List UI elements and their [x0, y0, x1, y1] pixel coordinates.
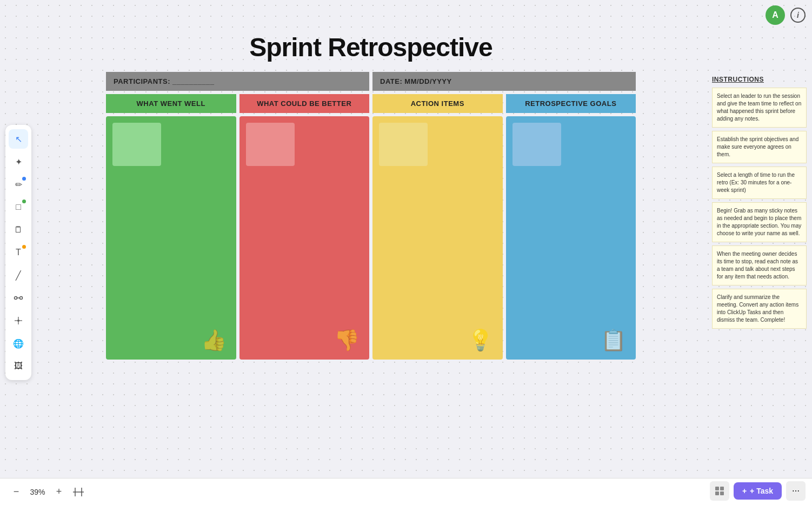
info-icon[interactable]: i [790, 8, 806, 23]
instruction-card-3: Select a length of time to run the retro… [712, 167, 807, 199]
date-header: DATE: MM/DD/YYYY [372, 72, 636, 91]
zoom-out-button[interactable]: − [9, 484, 24, 500]
instructions-title: INSTRUCTIONS [712, 76, 807, 83]
instructions-panel: INSTRUCTIONS Select an leader to run the… [712, 76, 807, 332]
participants-label: PARTICIPANTS: [114, 77, 170, 85]
col-header-retro-goals: RETROSPECTIVE GOALS [506, 94, 636, 113]
avatar[interactable]: A [766, 5, 785, 25]
lightbulb-icon: 💡 [468, 328, 493, 352]
add-task-button[interactable]: + + Task [734, 482, 782, 500]
board: PARTICIPANTS: __________ DATE: MM/DD/YYY… [106, 72, 636, 360]
more-options-button[interactable]: ⋯ [786, 481, 806, 501]
toolbar-line[interactable]: ╱ [9, 265, 28, 285]
thumbs-up-icon: 👍 [201, 328, 227, 352]
toolbar-note[interactable]: 🗒 [9, 220, 28, 240]
fit-to-screen-button[interactable] [71, 484, 86, 500]
participants-header: PARTICIPANTS: __________ [106, 72, 369, 91]
sticky-note[interactable] [246, 123, 295, 166]
col-header-could-better: WHAT COULD BE BETTER [239, 94, 370, 113]
toolbar-text[interactable]: T [9, 243, 28, 262]
toolbar-cursor[interactable]: ↖ [9, 129, 28, 149]
instruction-card-5: When the meeting owner decides its time … [712, 245, 807, 285]
column-retro-goals[interactable]: 📋 [506, 116, 636, 360]
svg-point-1 [20, 297, 23, 300]
bottom-right-actions: + + Task ⋯ [710, 481, 806, 501]
instruction-card-2: Establish the sprint objectives and make… [712, 131, 807, 163]
shape-dot [22, 200, 26, 203]
column-headers: WHAT WENT WELL WHAT COULD BE BETTER ACTI… [106, 94, 636, 113]
zoom-level: 39% [28, 488, 47, 496]
svg-point-3 [17, 320, 19, 322]
toolbar-pen[interactable]: ✏ [9, 175, 28, 194]
column-action-items[interactable]: 💡 [372, 116, 503, 360]
instruction-card-4: Begin! Grab as many sticky notes as need… [712, 202, 807, 242]
pen-dot [22, 177, 26, 181]
svg-point-0 [15, 297, 17, 300]
column-went-well[interactable]: 👍 [106, 116, 236, 360]
zoom-in-button[interactable]: + [51, 484, 66, 500]
view-toggle-button[interactable] [710, 481, 729, 501]
instruction-card-1: Select an leader to run the session and … [712, 88, 807, 128]
clipboard-icon: 📋 [601, 328, 626, 352]
svg-rect-11 [715, 487, 719, 490]
toolbar-shape[interactable]: □ [9, 197, 28, 217]
main-content: Sprint Retrospective PARTICIPANTS: _____… [32, 32, 709, 473]
toolbar-image[interactable]: 🖼 [9, 356, 28, 376]
toolbar-magic[interactable]: ✦ [9, 152, 28, 171]
columns-container: 👍 👎 💡 📋 [106, 116, 636, 360]
svg-rect-13 [715, 491, 719, 495]
column-could-better[interactable]: 👎 [239, 116, 370, 360]
add-task-label: + Task [750, 487, 773, 495]
col-header-went-well: WHAT WENT WELL [106, 94, 236, 113]
svg-rect-12 [720, 487, 724, 490]
plus-icon: + [742, 487, 747, 495]
thumbs-down-icon: 👎 [334, 328, 360, 352]
toolbar-globe[interactable]: 🌐 [9, 334, 28, 353]
left-toolbar: ↖ ✦ ✏ □ 🗒 T ╱ 🌐 🖼 [5, 125, 31, 380]
svg-rect-14 [720, 491, 724, 495]
instruction-card-6: Clarify and summarize the meeting. Conve… [712, 289, 807, 329]
sticky-note[interactable] [112, 123, 161, 166]
header-row: PARTICIPANTS: __________ DATE: MM/DD/YYY… [106, 72, 636, 91]
text-dot [22, 245, 26, 249]
bottom-bar: − 39% + [0, 478, 812, 505]
page-title: Sprint Retrospective [249, 32, 492, 62]
sticky-note[interactable] [379, 123, 428, 166]
participants-value: __________ [172, 77, 214, 85]
col-header-action-items: ACTION ITEMS [372, 94, 503, 113]
top-right-controls: A i [766, 5, 806, 25]
toolbar-connect[interactable] [9, 288, 28, 308]
toolbar-mindmap[interactable] [9, 311, 28, 330]
sticky-note[interactable] [513, 123, 561, 166]
